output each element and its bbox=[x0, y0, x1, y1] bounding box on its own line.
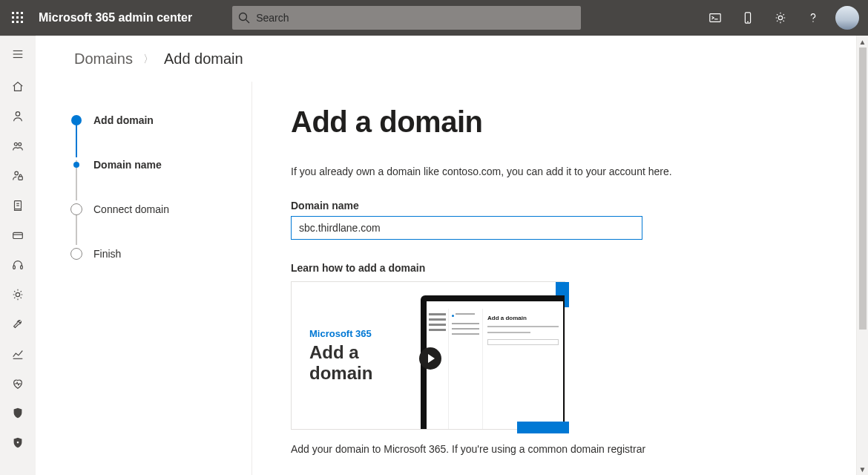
svg-rect-0 bbox=[12, 12, 14, 14]
nav-health-icon[interactable] bbox=[0, 369, 36, 399]
scroll-thumb[interactable] bbox=[859, 48, 867, 330]
svg-rect-4 bbox=[16, 16, 19, 19]
svg-rect-2 bbox=[21, 12, 23, 14]
post-video-text: Add your domain to Microsoft 365. If you… bbox=[291, 443, 832, 455]
scrollbar[interactable]: ▲ ▼ bbox=[856, 36, 868, 475]
svg-rect-7 bbox=[16, 21, 19, 23]
search-icon bbox=[238, 12, 250, 24]
nav-billing-icon[interactable] bbox=[0, 220, 36, 250]
nav-security-icon[interactable] bbox=[0, 399, 36, 428]
svg-point-15 bbox=[778, 16, 782, 19]
domain-name-label: Domain name bbox=[291, 200, 832, 212]
svg-point-34 bbox=[16, 441, 19, 444]
svg-point-16 bbox=[812, 21, 813, 22]
global-header: Microsoft 365 admin center bbox=[0, 0, 868, 36]
svg-point-32 bbox=[16, 292, 19, 296]
svg-rect-28 bbox=[13, 232, 23, 238]
svg-rect-11 bbox=[710, 14, 720, 22]
wizard-step-add-domain[interactable]: Add domain bbox=[71, 108, 237, 132]
mobile-icon[interactable] bbox=[731, 0, 764, 36]
nav-resources-icon[interactable] bbox=[0, 191, 36, 220]
left-nav-rail bbox=[0, 36, 36, 475]
help-icon[interactable] bbox=[797, 0, 829, 36]
nav-roles-icon[interactable] bbox=[0, 161, 36, 191]
nav-setup-icon[interactable] bbox=[0, 309, 36, 339]
nav-support-icon[interactable] bbox=[0, 250, 36, 280]
scroll-down-icon[interactable]: ▼ bbox=[857, 463, 869, 475]
page-title: Add a domain bbox=[291, 105, 832, 139]
breadcrumb: Domains 〉 Add domain bbox=[36, 36, 868, 81]
svg-line-10 bbox=[246, 20, 250, 24]
domain-name-input[interactable] bbox=[291, 216, 642, 240]
wizard-step-label: Finish bbox=[93, 248, 121, 260]
app-launcher-icon[interactable] bbox=[0, 0, 36, 36]
video-screen-title: Add a domain bbox=[487, 315, 559, 321]
app-title: Microsoft 365 admin center bbox=[36, 11, 203, 24]
svg-point-22 bbox=[19, 142, 22, 145]
svg-point-9 bbox=[240, 13, 247, 21]
wizard-step-finish[interactable]: Finish bbox=[71, 242, 237, 266]
svg-rect-1 bbox=[16, 12, 19, 14]
wizard-step-label: Add domain bbox=[93, 114, 154, 126]
wizard-main: Add a domain If you already own a domain… bbox=[252, 82, 868, 475]
gear-icon[interactable] bbox=[764, 0, 797, 36]
wizard-step-label: Connect domain bbox=[93, 203, 169, 215]
nav-users-icon[interactable] bbox=[0, 102, 36, 131]
wizard-step-label: Domain name bbox=[93, 159, 162, 171]
svg-rect-6 bbox=[12, 21, 14, 23]
wizard-steps: Add domain Domain name Connect domain bbox=[36, 82, 252, 475]
chevron-right-icon: 〉 bbox=[143, 53, 154, 66]
svg-rect-25 bbox=[15, 201, 22, 209]
svg-point-21 bbox=[14, 142, 17, 145]
video-brand: Microsoft 365 bbox=[309, 328, 418, 339]
svg-rect-5 bbox=[21, 16, 23, 19]
learn-heading: Learn how to add a domain bbox=[291, 262, 832, 274]
breadcrumb-parent[interactable]: Domains bbox=[74, 50, 133, 68]
play-icon[interactable] bbox=[419, 347, 441, 370]
nav-toggle-icon[interactable] bbox=[0, 36, 36, 72]
wizard-step-connect-domain[interactable]: Connect domain bbox=[71, 197, 237, 221]
shell-console-icon[interactable] bbox=[699, 0, 731, 36]
account-avatar[interactable] bbox=[835, 6, 859, 30]
search-box[interactable] bbox=[232, 6, 581, 30]
nav-compliance-icon[interactable] bbox=[0, 428, 36, 458]
nav-reports-icon[interactable] bbox=[0, 339, 36, 369]
video-title: Add a domain bbox=[309, 342, 418, 383]
nav-settings-icon[interactable] bbox=[0, 280, 36, 309]
breadcrumb-current: Add domain bbox=[164, 50, 243, 68]
nav-teams-icon[interactable] bbox=[0, 131, 36, 161]
svg-point-20 bbox=[16, 112, 19, 116]
svg-point-23 bbox=[15, 171, 19, 175]
svg-rect-8 bbox=[21, 21, 23, 23]
content-area: Domains 〉 Add domain Add domain bbox=[36, 36, 868, 475]
wizard-step-domain-name[interactable]: Domain name bbox=[71, 153, 237, 177]
tutorial-video-card[interactable]: Microsoft 365 Add a domain bbox=[291, 281, 565, 430]
svg-rect-24 bbox=[19, 177, 22, 180]
search-input[interactable] bbox=[256, 12, 575, 24]
scroll-up-icon[interactable]: ▲ bbox=[857, 36, 869, 48]
nav-home-icon[interactable] bbox=[0, 72, 36, 102]
svg-rect-3 bbox=[12, 16, 14, 19]
lead-text: If you already own a domain like contoso… bbox=[291, 166, 832, 177]
